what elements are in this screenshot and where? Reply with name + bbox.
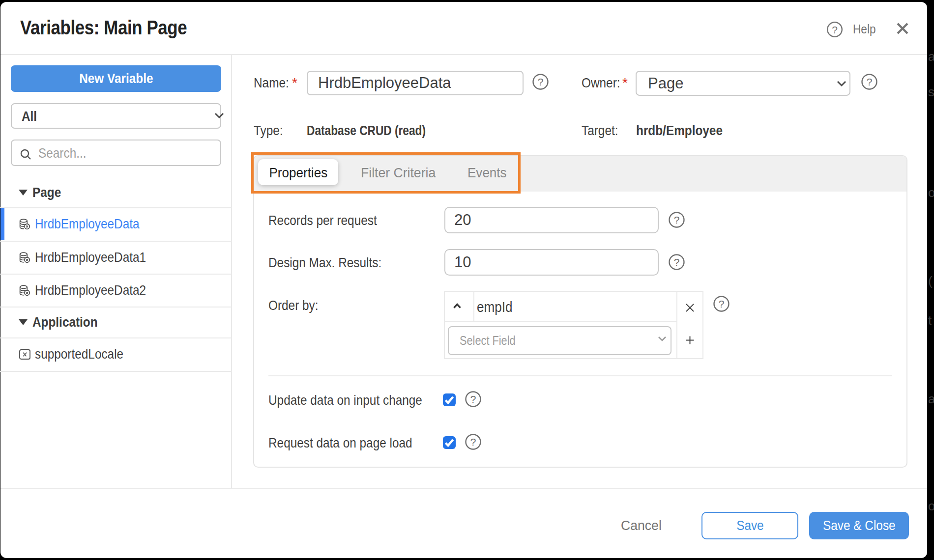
svg-text:?: ?	[538, 76, 544, 87]
svg-text:?: ?	[674, 256, 680, 268]
svg-text:?: ?	[832, 24, 838, 35]
svg-text:?: ?	[470, 393, 476, 405]
svg-text:?: ?	[867, 76, 873, 87]
svg-text:?: ?	[719, 298, 725, 309]
svg-text:?: ?	[674, 214, 680, 225]
svg-text:?: ?	[470, 436, 476, 448]
